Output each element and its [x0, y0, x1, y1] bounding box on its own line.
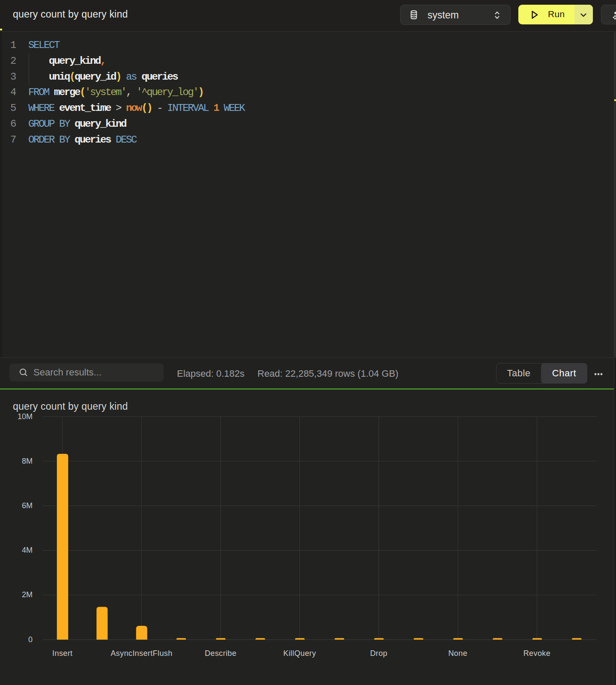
svg-text:Revoke: Revoke [523, 649, 550, 658]
svg-text:AsyncInsertFlush: AsyncInsertFlush [111, 649, 172, 658]
svg-text:Insert: Insert [52, 649, 72, 658]
svg-text:KillQuery: KillQuery [283, 649, 316, 658]
svg-text:Describe: Describe [205, 649, 236, 658]
svg-text:query count by query kind: query count by query kind [13, 401, 128, 412]
svg-text:8M: 8M [22, 457, 33, 465]
svg-text:6M: 6M [22, 501, 33, 510]
svg-text:4M: 4M [22, 546, 33, 554]
svg-text:Drop: Drop [370, 649, 388, 658]
svg-text:2M: 2M [22, 590, 33, 599]
svg-text:0: 0 [28, 635, 33, 644]
svg-text:None: None [448, 649, 467, 658]
svg-text:10M: 10M [18, 412, 33, 421]
